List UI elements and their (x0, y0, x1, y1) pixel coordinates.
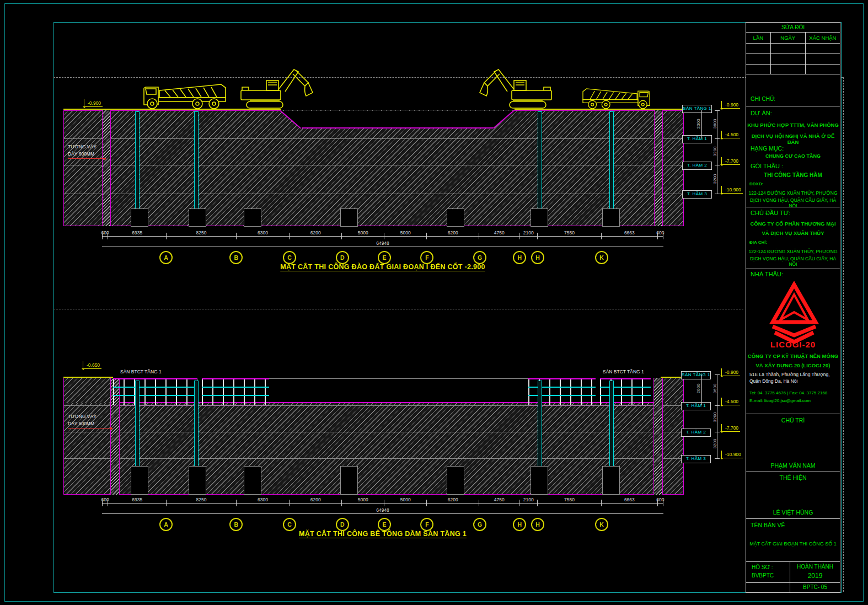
d1-total-dim-line: 64948 (102, 247, 663, 247)
grid-bubble: E (378, 251, 391, 264)
d1-elev-2: -7.700 (721, 159, 740, 165)
d1-grid-bubbles: A B C D E F G H H K (102, 251, 663, 263)
dim-value: 7550 (564, 230, 575, 235)
dump-truck-icon (141, 81, 232, 109)
d2-pile-cap (602, 466, 620, 495)
site-addr-1: 122-124 ĐƯỜNG XUÂN THỦY, PHƯỜNG (746, 190, 840, 196)
site-label: ĐĐXD: (749, 181, 763, 186)
investor-addr-label: ĐỊA CHỈ: (749, 240, 767, 245)
grid-line (746, 64, 840, 65)
d1-vdim-tick (715, 138, 720, 139)
d2-vdim-3200b: 3200 (712, 439, 717, 449)
d2-elev-0: -0.900 (721, 370, 740, 376)
d1-level-box-1: T. HẦM 1 (682, 135, 712, 143)
d1-vdim-tick (715, 165, 720, 165)
investor-addr-1: 122-124 ĐƯỜNG XUÂN THỦY, PHƯỜNG (746, 249, 840, 254)
d1-soil-border-bottom (63, 226, 684, 226)
d1-pile-cap (340, 208, 358, 227)
dim-value: 8250 (196, 230, 207, 235)
package-label: GÓI THẦU : (751, 163, 783, 169)
d1-pile-cap (244, 208, 261, 227)
grid-bubble: H (513, 518, 526, 531)
d2-dimension-row: 600 6935 8250 6300 6200 5000 5000 6200 4… (102, 500, 663, 506)
completion-cell: HOÀN THÀNH 2019 (790, 561, 840, 583)
d1-total-dim: 64948 (376, 240, 389, 246)
investor-box: CHỦ ĐẦU TƯ: CÔNG TY CỔ PHẦN THƯƠNG MẠI V… (746, 207, 840, 270)
drawing-number-cell: BPTC- 05 (790, 582, 840, 593)
dossier-value: BVBPTC (752, 572, 774, 579)
d2-total-dim: 64948 (376, 507, 389, 513)
viewport-divider-right (843, 77, 844, 592)
d1-level-box-3: T. HẦM 3 (682, 190, 712, 199)
dump-truck-icon-mirrored (578, 85, 652, 109)
dim-value: 6663 (624, 230, 635, 235)
project-label: DỰ ÁN: (751, 110, 772, 116)
d1-vdim-3200b: 3200 (712, 174, 717, 184)
dim-segment: 6935 (108, 500, 166, 506)
excavator-icon-mirrored (475, 64, 558, 109)
d2-soil-border-bottom (63, 494, 684, 495)
d2-diaphragm-wall-right (653, 378, 663, 495)
d2-level-line-3 (64, 458, 683, 459)
revision-rows (746, 43, 840, 75)
contractor-tel: Tel: 04. 3775 4676 | Fax: 04. 3775 2168 (749, 390, 827, 395)
d1-vdim-3200a: 3200 (712, 147, 717, 157)
excavator-icon (234, 64, 317, 109)
dim-value: 6300 (258, 230, 268, 235)
d1-soil-border-left (63, 110, 64, 226)
contractor-email: E-mail: licogi20.jsc@gmail.com (749, 398, 811, 403)
d2-vdim-3200a: 3200 (712, 413, 717, 422)
grid-bubble: D (336, 518, 349, 531)
d2-soil-border-left (63, 378, 64, 495)
dim-value: 2100 (523, 230, 534, 235)
d2-vdim-tick (715, 374, 720, 375)
drafter-box: THỂ HIỆN LÊ VIỆT HÙNG (746, 472, 840, 520)
drawing-name: MẶT CẮT GIAI ĐOẠN THI CÔNG SỐ 1 (746, 541, 840, 547)
dim-segment: 600 (102, 233, 108, 239)
d2-section-title: MẶT CẮT THI CÔNG BÊ TÔNG DẦM SÀN TẦNG 1 (190, 530, 576, 538)
d2-level-box-0: SÀN TẦNG 1 (681, 371, 711, 379)
dim-segment: 8250 (166, 500, 235, 506)
investor-label: CHỦ ĐẦU TƯ: (751, 210, 790, 216)
dossier-cell: HỒ SƠ : BVBPTC (746, 561, 791, 583)
d2-wall-label-1: TƯỜNG VÂY (68, 414, 97, 419)
dim-value: 6200 (310, 497, 321, 502)
d1-level-line-3 (64, 194, 683, 194)
completion-label: HOÀN THÀNH (790, 564, 840, 570)
col-xacnhan: XÁC NHẬN (806, 33, 840, 44)
drafter-label: THỂ HIỆN (746, 474, 840, 481)
d2-total-dim-line: 64948 (102, 513, 663, 514)
d2-grid-bubbles: A B C D E F G H H K (102, 518, 663, 530)
d2-level-box-2: T. HẦM 2 (681, 429, 711, 437)
drawing-name-label: TÊN BẢN VẼ (751, 522, 785, 528)
col-ngay: NGÀY (771, 33, 806, 44)
d2-kingpost (194, 381, 199, 475)
grid-line (746, 53, 840, 54)
grid-bubble: H (513, 251, 526, 264)
d1-level-line-2 (64, 165, 683, 165)
d2-surface-line-left (63, 377, 113, 378)
grid-line (770, 44, 771, 74)
d1-vdim-line-inner (701, 110, 702, 138)
d2-level-line-1 (64, 405, 683, 406)
d1-kingpost (538, 111, 542, 214)
dim-segment: 5000 (384, 233, 426, 239)
shoring-rail (600, 395, 651, 396)
grid-bubble: A (159, 518, 173, 531)
dossier-label: HỒ SƠ : (752, 564, 773, 570)
dim-segment: 7550 (537, 500, 601, 506)
d1-kingpost (609, 111, 614, 214)
d1-pile-cap (531, 208, 548, 227)
d2-pile-cap (340, 466, 358, 495)
licogi-logo-icon (769, 281, 819, 344)
dim-value: 5000 (400, 230, 411, 235)
investor-addr-2: DỊCH VỌNG HẬU, QUẬN CẦU GIẤY, HÀ NỘI (746, 256, 840, 267)
d1-diaphragm-wall-left (102, 110, 111, 226)
d1-level-line-1 (64, 138, 683, 139)
d2-soil-right-margin (662, 378, 684, 403)
project-name-1: KHU PHỨC HỢP TTTM, VĂN PHÒNG (746, 122, 840, 128)
d2-vdim-tick (715, 405, 720, 406)
dim-value: 8250 (196, 497, 207, 502)
d1-pile-cap (447, 208, 464, 227)
dim-value: 7550 (564, 497, 575, 502)
